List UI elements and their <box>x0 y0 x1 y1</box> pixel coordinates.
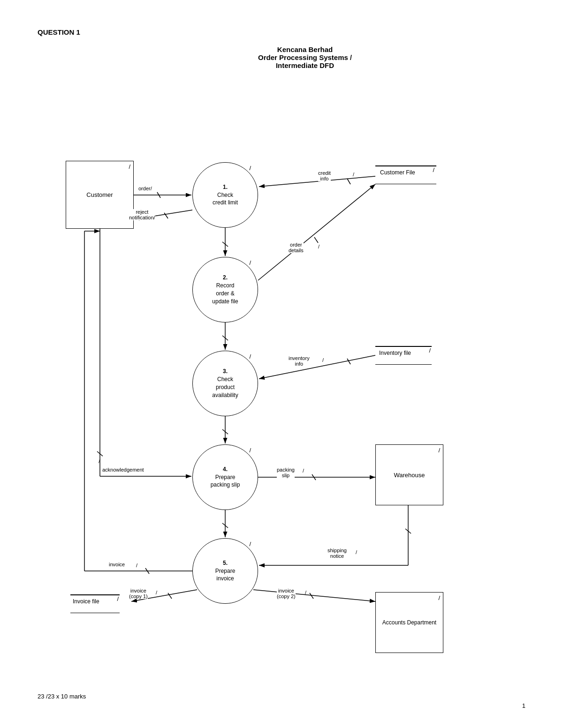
svg-line-12 <box>222 336 228 340</box>
process-5-label: Prepareinvoice <box>215 567 236 583</box>
label-invoice: invoice <box>109 562 125 567</box>
title-line3: Intermediate DFD <box>84 61 525 69</box>
svg-line-13 <box>259 355 375 379</box>
svg-line-23 <box>222 523 228 528</box>
svg-line-21 <box>97 451 103 456</box>
label-invoice-copy2: invoice(copy 2) <box>277 588 296 599</box>
process-4-label: Preparepacking slip <box>211 473 240 489</box>
datastore-customer-file: Customer File / <box>375 165 436 184</box>
process-3-label: Checkproductavailability <box>212 375 238 399</box>
entity-accounts-dept-label: Accounts Department <box>382 619 436 626</box>
datastore-inventory-file-label: Inventory file <box>379 350 411 356</box>
process-1: 1. Checkcredit limit / <box>192 162 258 228</box>
page-number: 1 <box>522 702 525 709</box>
label-acknowledgement: acknowledgement <box>102 467 144 473</box>
label-reject: rejectnotification/ <box>129 209 155 220</box>
svg-line-14 <box>347 359 350 364</box>
label-order: order/ <box>138 186 152 191</box>
label-inventory-info: inventoryinfo <box>289 355 310 367</box>
process-1-number: 1. <box>213 183 238 191</box>
svg-line-8 <box>222 242 228 247</box>
svg-line-9 <box>258 184 375 280</box>
svg-line-2 <box>157 192 160 198</box>
datastore-invoice-file-label: Invoice file <box>73 598 99 605</box>
datastore-invoice-file: Invoice file / <box>70 594 120 613</box>
process-2-number: 2. <box>212 274 238 282</box>
svg-line-10 <box>314 237 318 243</box>
svg-line-29 <box>253 590 375 601</box>
process-3-number: 3. <box>212 368 238 375</box>
page: QUESTION 1 Kencana Berhad Order Processi… <box>0 0 563 728</box>
process-5: 5. Prepareinvoice / <box>192 538 258 604</box>
footer-marks: 23 /23 x 10 marks <box>38 693 86 700</box>
process-4-number: 4. <box>211 465 240 473</box>
entity-warehouse-label: Warehouse <box>394 472 425 479</box>
label-invoice-copy1: invoice(copy 1) <box>129 588 148 599</box>
svg-line-26 <box>405 529 411 533</box>
label-credit-info: creditinfo <box>318 170 331 181</box>
svg-line-16 <box>222 429 228 434</box>
process-2-label: Recordorder &update file <box>212 282 238 305</box>
process-2: 2. Recordorder &update file / <box>192 257 258 323</box>
svg-line-30 <box>310 593 313 599</box>
entity-warehouse: Warehouse / <box>375 444 443 505</box>
entity-accounts-dept: Accounts Department / <box>375 592 443 653</box>
entity-customer-label: Customer <box>86 191 113 198</box>
svg-line-28 <box>168 593 172 599</box>
process-1-label: Checkcredit limit <box>213 191 238 207</box>
diagram-container: Customer / Customer File / Inventory fil… <box>38 74 525 683</box>
label-packing-slip: packingslip <box>277 467 295 478</box>
question-label: QUESTION 1 <box>38 28 525 36</box>
entity-customer: Customer / <box>66 161 134 229</box>
diagram-title: Kencana Berhad Order Processing Systems … <box>84 45 525 69</box>
svg-line-6 <box>347 179 350 184</box>
label-order-details: orderdetails <box>289 242 304 253</box>
process-3: 3. Checkproductavailability / <box>192 351 258 416</box>
title-line1: Kencana Berhad <box>84 45 525 53</box>
svg-line-34 <box>145 568 149 574</box>
process-5-number: 5. <box>215 559 236 567</box>
title-line2: Order Processing Systems / <box>84 53 525 61</box>
svg-line-5 <box>259 176 375 187</box>
label-shipping-notice: shippingnotice <box>327 548 347 559</box>
datastore-inventory-file: Inventory file / <box>375 346 432 365</box>
svg-line-18 <box>312 474 316 480</box>
process-4: 4. Preparepacking slip / <box>192 444 258 510</box>
datastore-customer-file-label: Customer File <box>380 169 415 176</box>
svg-line-4 <box>164 213 168 218</box>
